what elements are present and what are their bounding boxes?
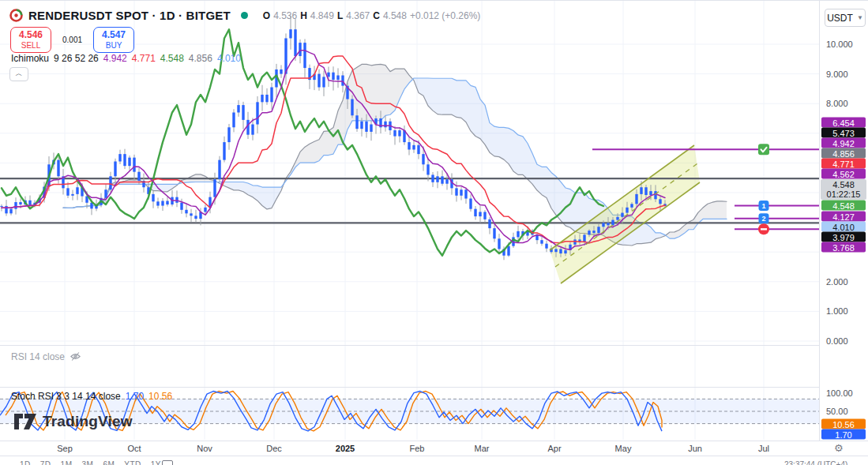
collapse-legend-button[interactable]: ︿ — [9, 67, 28, 81]
current-price-label: 4.548 01:22:15 — [821, 179, 866, 200]
svg-text:2: 2 — [761, 215, 765, 223]
price-axis[interactable]: USDT ▼ 10.0009.0008.0002.0001.0000.00010… — [819, 1, 868, 455]
price-level-label: 10.56 — [821, 419, 866, 429]
low-label: L — [337, 10, 343, 21]
indicator-values: 4.9424.7714.5484.8564.010 — [103, 53, 246, 64]
tradingview-watermark: TradingView — [13, 413, 133, 430]
rsi-pane-title[interactable]: RSI 14 close — [11, 351, 81, 362]
market-status-dot — [241, 12, 248, 19]
time-label: Apr — [547, 444, 561, 453]
close-label: C — [373, 10, 380, 21]
rsi-title-text: RSI 14 close — [11, 351, 65, 362]
price-level-label: 4.127 — [821, 212, 866, 222]
current-price: 4.548 — [821, 180, 866, 189]
ray-badge-check[interactable] — [758, 144, 769, 155]
indicator-value: 4.942 — [103, 53, 127, 64]
price-level-label: 4.771 — [821, 159, 866, 169]
range-button[interactable]: 1Y — [151, 460, 161, 465]
price-level-label: 4.562 — [821, 169, 866, 179]
indicator-value: 4.548 — [160, 53, 184, 64]
change-value: +0.012 (+0.26%) — [410, 10, 480, 21]
trade-buttons: 4.546 SELL 0.001 4.547 BUY — [10, 27, 134, 53]
stoch-tick: 100.00 — [826, 388, 853, 398]
range-button[interactable]: YTD — [124, 460, 141, 465]
price-level-label: 1.70 — [821, 429, 866, 440]
time-label: Jul — [758, 444, 769, 453]
time-axis[interactable]: SepOctNovDec2025FebMarAprMayJunJul ⚙ — [0, 441, 868, 456]
buy-price: 4.547 — [94, 30, 133, 41]
ohlc-values: O4.536 H4.849 L4.367 C4.548 +0.012 (+0.2… — [263, 10, 481, 21]
symbol-title[interactable]: RENDERUSDT SPOT · 1D · BITGET — [28, 9, 231, 22]
indicator-name: Ichimoku — [11, 53, 49, 64]
price-level-label: 4.942 — [821, 138, 866, 148]
stoch-tick: 50.00 — [826, 407, 848, 416]
clock-label: 23:37:44 (UTC+4) — [784, 460, 847, 465]
close-value: 4.548 — [383, 10, 407, 21]
time-label: Jun — [688, 444, 702, 453]
calendar-icon[interactable] — [162, 460, 173, 465]
date-range-buttons[interactable]: 1D7D1M3M6MYTD1Y — [20, 460, 161, 465]
price-level-label: 3.768 — [821, 242, 866, 253]
chevron-down-icon: ▼ — [857, 14, 863, 21]
indicator-value: 4.771 — [132, 53, 156, 64]
stoch-title-text: Stoch RSI 3 3 14 14 close — [11, 391, 121, 402]
ray-badge-no-entry[interactable] — [758, 223, 769, 234]
price-tick: 2.000 — [826, 277, 848, 287]
price-level-label: 4.010 — [821, 222, 866, 232]
spread-value: 0.001 — [62, 36, 82, 44]
stoch-k-value: 1.70 — [126, 391, 144, 402]
sell-price: 4.546 — [11, 30, 51, 41]
indicator-legend[interactable]: Ichimoku 9 26 52 26 4.9424.7714.5484.856… — [11, 53, 246, 64]
bottom-toolbar[interactable]: 1D7D1M3M6MYTD1Y 23:37:44 (UTC+4) — [0, 456, 868, 465]
chart-header: RENDERUSDT SPOT · 1D · BITGET O4.536 H4.… — [9, 9, 480, 22]
range-button[interactable]: 7D — [40, 460, 51, 465]
indicator-params: 9 26 52 26 — [54, 53, 99, 64]
currency-selector[interactable]: USDT ▼ — [825, 9, 866, 27]
bar-countdown: 01:22:15 — [821, 189, 866, 199]
price-tick: 1.000 — [826, 306, 848, 316]
symbol-logo-icon — [9, 9, 23, 22]
svg-text:1: 1 — [761, 202, 765, 210]
stoch-rsi-pane-title[interactable]: Stoch RSI 3 3 14 14 close 1.70 10.56 — [11, 391, 172, 402]
open-value: 4.536 — [273, 10, 297, 21]
time-label: Oct — [127, 444, 141, 453]
price-level-label: 4.548 — [821, 201, 866, 211]
price-tick: 10.000 — [826, 39, 853, 49]
time-label: Dec — [266, 444, 282, 453]
watermark-label: TradingView — [43, 413, 133, 430]
range-button[interactable]: 1D — [20, 460, 31, 465]
stoch-d-value: 10.56 — [148, 391, 172, 402]
price-tick: 0.000 — [826, 336, 848, 346]
buy-button[interactable]: 4.547 BUY — [93, 27, 134, 53]
time-label: 2025 — [336, 444, 355, 453]
price-level-label: 5.473 — [821, 128, 866, 138]
price-level-label: 4.856 — [821, 148, 866, 159]
range-button[interactable]: 6M — [103, 460, 115, 465]
range-button[interactable]: 3M — [82, 460, 94, 465]
time-label: Nov — [197, 444, 212, 453]
high-value: 4.849 — [310, 10, 334, 21]
price-level-label: 6.454 — [821, 118, 866, 128]
indicator-value: 4.010 — [217, 53, 241, 64]
currency-label: USDT — [827, 13, 853, 24]
time-label: Sep — [57, 444, 73, 453]
ray-badge-2[interactable]: 2 — [759, 213, 769, 223]
open-label: O — [263, 10, 270, 21]
price-tick: 8.000 — [826, 99, 848, 108]
time-label: Feb — [410, 444, 425, 453]
indicator-value: 4.856 — [189, 53, 212, 64]
axis-settings-gear-icon[interactable]: ⚙ — [834, 442, 844, 454]
high-label: H — [300, 10, 307, 21]
trading-chart-app: { "header": { "symbol_title": "RENDERUSD… — [0, 0, 868, 465]
eye-hidden-icon[interactable] — [70, 351, 81, 362]
sell-button[interactable]: 4.546 SELL — [10, 27, 51, 53]
tradingview-logo-icon — [13, 413, 37, 430]
price-level-label: 3.979 — [821, 232, 866, 242]
sell-label: SELL — [11, 41, 51, 51]
time-label: Mar — [475, 444, 490, 453]
buy-label: BUY — [94, 41, 133, 51]
ray-badge-1[interactable]: 1 — [759, 201, 769, 211]
range-button[interactable]: 1M — [61, 460, 73, 465]
low-value: 4.367 — [346, 10, 370, 21]
time-label: May — [615, 444, 632, 453]
